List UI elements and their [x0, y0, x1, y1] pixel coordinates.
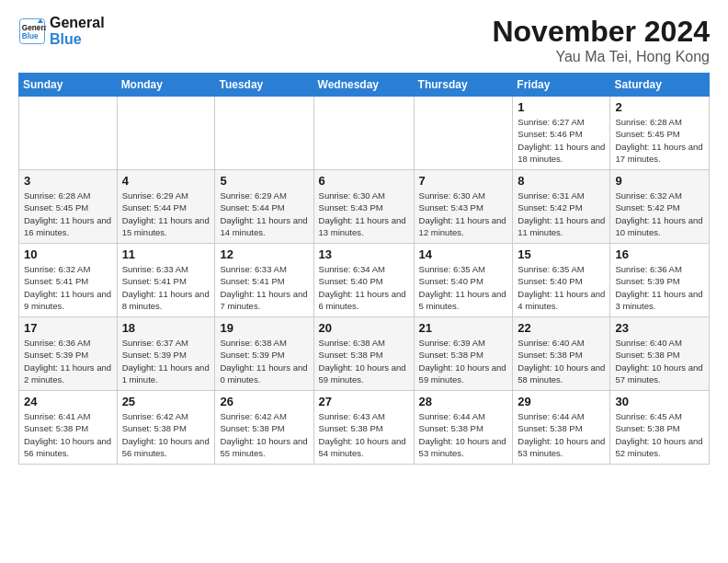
day-number: 15	[518, 247, 605, 261]
day-number: 28	[419, 395, 508, 408]
calendar-cell: 18Sunrise: 6:37 AMSunset: 5:39 PMDayligh…	[117, 317, 215, 391]
day-info: Sunrise: 6:40 AMSunset: 5:38 PMDaylight:…	[518, 337, 605, 385]
day-info: Sunrise: 6:40 AMSunset: 5:38 PMDaylight:…	[615, 337, 704, 385]
calendar-cell	[117, 97, 215, 170]
calendar-cell: 1Sunrise: 6:27 AMSunset: 5:46 PMDaylight…	[513, 97, 610, 170]
day-info: Sunrise: 6:42 AMSunset: 5:38 PMDaylight:…	[220, 410, 308, 459]
weekday-header-friday: Friday	[513, 74, 610, 97]
day-info: Sunrise: 6:33 AMSunset: 5:41 PMDaylight:…	[220, 263, 308, 312]
calendar-cell: 9Sunrise: 6:32 AMSunset: 5:42 PMDaylight…	[610, 170, 710, 244]
calendar-header-row: SundayMondayTuesdayWednesdayThursdayFrid…	[19, 74, 710, 97]
weekday-header-sunday: Sunday	[19, 74, 118, 97]
calendar-cell: 5Sunrise: 6:29 AMSunset: 5:44 PMDaylight…	[215, 170, 313, 244]
calendar-cell	[313, 97, 414, 170]
day-info: Sunrise: 6:41 AMSunset: 5:38 PMDaylight:…	[24, 410, 112, 459]
day-number: 25	[122, 395, 210, 408]
calendar-cell: 24Sunrise: 6:41 AMSunset: 5:38 PMDayligh…	[19, 391, 118, 465]
page: General Blue General Blue November 2024 …	[0, 0, 728, 563]
location: Yau Ma Tei, Hong Kong	[492, 49, 710, 65]
day-number: 11	[122, 247, 210, 261]
calendar-cell: 7Sunrise: 6:30 AMSunset: 5:43 PMDaylight…	[414, 170, 513, 244]
day-number: 10	[24, 247, 112, 261]
day-number: 17	[24, 321, 112, 335]
calendar-cell: 2Sunrise: 6:28 AMSunset: 5:45 PMDaylight…	[610, 97, 710, 170]
day-number: 2	[615, 100, 704, 114]
calendar-cell	[414, 97, 513, 170]
day-info: Sunrise: 6:36 AMSunset: 5:39 PMDaylight:…	[24, 337, 112, 385]
calendar-cell: 22Sunrise: 6:40 AMSunset: 5:38 PMDayligh…	[513, 317, 610, 391]
week-row-2: 10Sunrise: 6:32 AMSunset: 5:41 PMDayligh…	[19, 244, 710, 317]
week-row-3: 17Sunrise: 6:36 AMSunset: 5:39 PMDayligh…	[19, 317, 710, 391]
week-row-0: 1Sunrise: 6:27 AMSunset: 5:46 PMDaylight…	[19, 97, 710, 170]
calendar-cell: 23Sunrise: 6:40 AMSunset: 5:38 PMDayligh…	[610, 317, 710, 391]
calendar-cell: 20Sunrise: 6:38 AMSunset: 5:38 PMDayligh…	[313, 317, 414, 391]
calendar-cell: 8Sunrise: 6:31 AMSunset: 5:42 PMDaylight…	[513, 170, 610, 244]
calendar-cell	[215, 97, 313, 170]
calendar-cell: 30Sunrise: 6:45 AMSunset: 5:38 PMDayligh…	[610, 391, 710, 465]
day-info: Sunrise: 6:38 AMSunset: 5:39 PMDaylight:…	[220, 337, 308, 385]
day-info: Sunrise: 6:44 AMSunset: 5:38 PMDaylight:…	[518, 410, 605, 459]
weekday-header-saturday: Saturday	[610, 74, 710, 97]
day-info: Sunrise: 6:27 AMSunset: 5:46 PMDaylight:…	[518, 116, 605, 165]
calendar-cell: 11Sunrise: 6:33 AMSunset: 5:41 PMDayligh…	[117, 244, 215, 317]
day-info: Sunrise: 6:38 AMSunset: 5:38 PMDaylight:…	[319, 337, 409, 385]
calendar-cell: 25Sunrise: 6:42 AMSunset: 5:38 PMDayligh…	[117, 391, 215, 465]
calendar-cell: 26Sunrise: 6:42 AMSunset: 5:38 PMDayligh…	[215, 391, 313, 465]
day-info: Sunrise: 6:44 AMSunset: 5:38 PMDaylight:…	[419, 410, 508, 459]
calendar-cell: 6Sunrise: 6:30 AMSunset: 5:43 PMDaylight…	[313, 170, 414, 244]
svg-text:General: General	[22, 23, 46, 31]
title-block: November 2024 Yau Ma Tei, Hong Kong	[492, 15, 710, 65]
day-number: 12	[220, 247, 308, 261]
day-number: 19	[220, 321, 308, 335]
day-info: Sunrise: 6:45 AMSunset: 5:38 PMDaylight:…	[615, 410, 704, 459]
day-number: 24	[24, 395, 112, 408]
day-number: 3	[24, 174, 112, 188]
calendar-cell: 27Sunrise: 6:43 AMSunset: 5:38 PMDayligh…	[313, 391, 414, 465]
day-info: Sunrise: 6:36 AMSunset: 5:39 PMDaylight:…	[615, 263, 704, 312]
calendar-cell: 14Sunrise: 6:35 AMSunset: 5:40 PMDayligh…	[414, 244, 513, 317]
svg-text:Blue: Blue	[22, 31, 39, 40]
calendar-cell: 3Sunrise: 6:28 AMSunset: 5:45 PMDaylight…	[19, 170, 118, 244]
logo-wordmark: General Blue	[50, 15, 105, 47]
day-info: Sunrise: 6:30 AMSunset: 5:43 PMDaylight:…	[319, 190, 409, 238]
calendar-cell: 15Sunrise: 6:35 AMSunset: 5:40 PMDayligh…	[513, 244, 610, 317]
day-number: 27	[319, 395, 409, 408]
day-info: Sunrise: 6:43 AMSunset: 5:38 PMDaylight:…	[319, 410, 409, 459]
calendar-cell: 19Sunrise: 6:38 AMSunset: 5:39 PMDayligh…	[215, 317, 313, 391]
weekday-header-thursday: Thursday	[414, 74, 513, 97]
calendar-cell: 21Sunrise: 6:39 AMSunset: 5:38 PMDayligh…	[414, 317, 513, 391]
logo-icon: General Blue	[18, 17, 46, 45]
day-number: 9	[615, 174, 704, 188]
day-number: 1	[518, 100, 605, 114]
day-number: 6	[319, 174, 409, 188]
day-info: Sunrise: 6:37 AMSunset: 5:39 PMDaylight:…	[122, 337, 210, 385]
day-info: Sunrise: 6:28 AMSunset: 5:45 PMDaylight:…	[615, 116, 704, 165]
calendar-cell: 13Sunrise: 6:34 AMSunset: 5:40 PMDayligh…	[313, 244, 414, 317]
calendar-cell: 10Sunrise: 6:32 AMSunset: 5:41 PMDayligh…	[19, 244, 118, 317]
calendar-cell	[19, 97, 118, 170]
day-info: Sunrise: 6:30 AMSunset: 5:43 PMDaylight:…	[419, 190, 508, 238]
day-number: 5	[220, 174, 308, 188]
day-info: Sunrise: 6:31 AMSunset: 5:42 PMDaylight:…	[518, 190, 605, 238]
weekday-header-tuesday: Tuesday	[215, 74, 313, 97]
week-row-1: 3Sunrise: 6:28 AMSunset: 5:45 PMDaylight…	[19, 170, 710, 244]
day-number: 30	[615, 395, 704, 408]
day-number: 20	[319, 321, 409, 335]
calendar-cell: 28Sunrise: 6:44 AMSunset: 5:38 PMDayligh…	[414, 391, 513, 465]
weekday-header-monday: Monday	[117, 74, 215, 97]
calendar-cell: 17Sunrise: 6:36 AMSunset: 5:39 PMDayligh…	[19, 317, 118, 391]
day-info: Sunrise: 6:39 AMSunset: 5:38 PMDaylight:…	[419, 337, 508, 385]
weekday-header-wednesday: Wednesday	[313, 74, 414, 97]
logo-blue: Blue	[50, 31, 105, 48]
day-number: 14	[419, 247, 508, 261]
calendar-cell: 29Sunrise: 6:44 AMSunset: 5:38 PMDayligh…	[513, 391, 610, 465]
day-number: 23	[615, 321, 704, 335]
day-info: Sunrise: 6:29 AMSunset: 5:44 PMDaylight:…	[122, 190, 210, 238]
day-info: Sunrise: 6:33 AMSunset: 5:41 PMDaylight:…	[122, 263, 210, 312]
month-title: November 2024	[492, 15, 710, 49]
day-number: 4	[122, 174, 210, 188]
day-number: 7	[419, 174, 508, 188]
day-info: Sunrise: 6:29 AMSunset: 5:44 PMDaylight:…	[220, 190, 308, 238]
header: General Blue General Blue November 2024 …	[18, 15, 710, 65]
day-info: Sunrise: 6:34 AMSunset: 5:40 PMDaylight:…	[319, 263, 409, 312]
